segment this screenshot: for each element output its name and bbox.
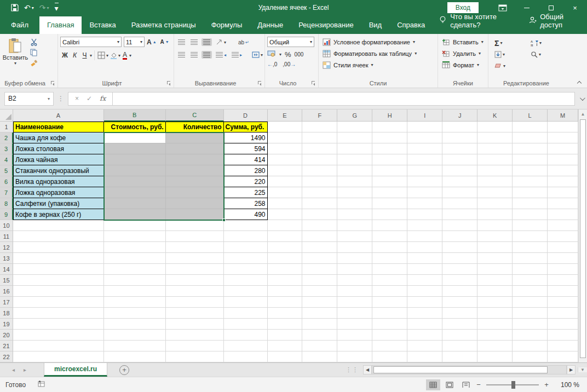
fill-button[interactable]: ▾: [493, 50, 525, 59]
cell-D7[interactable]: 225: [224, 187, 268, 198]
cell-B19[interactable]: [104, 319, 166, 330]
cell-G6[interactable]: [337, 176, 372, 187]
cell-D15[interactable]: [224, 275, 268, 286]
cell-G11[interactable]: [337, 231, 372, 242]
cell-J10[interactable]: [442, 220, 477, 231]
increase-indent-icon[interactable]: ▸: [230, 51, 244, 59]
wrap-text-button[interactable]: ab↵: [237, 38, 251, 47]
tab-page-layout[interactable]: Разметка страницы: [124, 16, 204, 34]
cell-G12[interactable]: [337, 242, 372, 253]
cell-M1[interactable]: [548, 122, 578, 132]
row-header-6[interactable]: 6: [0, 176, 13, 187]
row-header-13[interactable]: 13: [0, 253, 13, 264]
sheet-tab-active[interactable]: microexcel.ru: [44, 363, 107, 377]
expand-formula-bar-icon[interactable]: [576, 92, 587, 106]
decrease-font-button[interactable]: А▼: [159, 38, 171, 46]
cell-H14[interactable]: [372, 264, 407, 275]
tab-help[interactable]: Справка: [389, 16, 433, 34]
alignment-dialog-launcher-icon[interactable]: [258, 81, 263, 86]
cell-F7[interactable]: [302, 187, 337, 198]
cell-J16[interactable]: [442, 286, 477, 297]
formula-input[interactable]: [113, 92, 575, 106]
cell-A7[interactable]: Ложка одноразовая: [13, 187, 104, 198]
cell-F13[interactable]: [302, 253, 337, 264]
cell-D12[interactable]: [224, 242, 268, 253]
cell-C5[interactable]: [166, 165, 224, 176]
cell-D6[interactable]: 220: [224, 176, 268, 187]
cell-I6[interactable]: [407, 176, 442, 187]
delete-cells-button[interactable]: Удалить▾: [440, 48, 486, 59]
fill-color-icon[interactable]: [109, 51, 118, 60]
cell-F12[interactable]: [302, 242, 337, 253]
tab-view[interactable]: Вид: [361, 16, 390, 34]
cell-L18[interactable]: [513, 308, 548, 319]
cell-F9[interactable]: [302, 209, 337, 220]
cell-I12[interactable]: [407, 242, 442, 253]
align-bottom-button[interactable]: [202, 38, 212, 46]
cell-D10[interactable]: [224, 220, 268, 231]
column-header-M[interactable]: M: [548, 109, 578, 122]
cell-B13[interactable]: [104, 253, 166, 264]
cell-C4[interactable]: [166, 154, 224, 165]
cell-B11[interactable]: [104, 231, 166, 242]
cell-C16[interactable]: [166, 286, 224, 297]
cell-C8[interactable]: [166, 198, 224, 209]
column-header-A[interactable]: A: [13, 109, 104, 122]
cell-C10[interactable]: [166, 220, 224, 231]
cell-K4[interactable]: [477, 154, 513, 165]
borders-icon[interactable]: [97, 51, 106, 60]
cell-H13[interactable]: [372, 253, 407, 264]
cell-L8[interactable]: [513, 198, 548, 209]
number-format-dropdown-icon[interactable]: ▾: [310, 39, 312, 44]
column-header-G[interactable]: G: [337, 109, 372, 122]
cell-G18[interactable]: [337, 308, 372, 319]
vertical-scrollbar[interactable]: ▲: [578, 109, 587, 362]
cell-M2[interactable]: [548, 132, 578, 143]
cell-I1[interactable]: [407, 122, 442, 132]
delete-cells-dropdown-icon[interactable]: ▾: [479, 51, 481, 56]
conditional-formatting-dropdown-icon[interactable]: ▾: [413, 39, 415, 44]
cancel-entry-icon[interactable]: ×: [75, 95, 79, 102]
cell-C15[interactable]: [166, 275, 224, 286]
cell-I3[interactable]: [407, 143, 442, 154]
cell-E2[interactable]: [268, 132, 303, 143]
cell-C3[interactable]: [166, 143, 224, 154]
cell-M18[interactable]: [548, 308, 578, 319]
new-sheet-icon[interactable]: +: [119, 365, 129, 375]
cell-H18[interactable]: [372, 308, 407, 319]
cell-E22[interactable]: [268, 351, 303, 362]
cell-G17[interactable]: [337, 297, 372, 308]
cell-H19[interactable]: [372, 319, 407, 330]
cell-D3[interactable]: 594: [224, 143, 268, 154]
clipboard-dialog-launcher-icon[interactable]: [51, 81, 56, 86]
cell-E3[interactable]: [268, 143, 303, 154]
cell-styles-button[interactable]: Стили ячеек▾: [321, 59, 435, 71]
cell-I8[interactable]: [407, 198, 442, 209]
cell-J12[interactable]: [442, 242, 477, 253]
cell-C22[interactable]: [166, 351, 224, 362]
horizontal-scrollbar[interactable]: [372, 365, 567, 374]
cell-A20[interactable]: [13, 330, 104, 341]
cell-F14[interactable]: [302, 264, 337, 275]
cell-K5[interactable]: [477, 165, 513, 176]
cell-D2[interactable]: 1490: [224, 132, 268, 143]
row-header-8[interactable]: 8: [0, 198, 13, 209]
number-dialog-launcher-icon[interactable]: [312, 81, 316, 86]
cell-G14[interactable]: [337, 264, 372, 275]
cell-F10[interactable]: [302, 220, 337, 231]
zoom-out-button[interactable]: −: [473, 381, 484, 389]
cell-J14[interactable]: [442, 264, 477, 275]
increase-decimal-icon[interactable]: ←,0: [267, 61, 277, 67]
sort-filter-dropdown-icon[interactable]: ▾: [539, 41, 542, 45]
cell-H15[interactable]: [372, 275, 407, 286]
cell-C21[interactable]: [166, 341, 224, 351]
cell-J3[interactable]: [442, 143, 477, 154]
cell-D5[interactable]: 280: [224, 165, 268, 176]
cell-I10[interactable]: [407, 220, 442, 231]
insert-cells-dropdown-icon[interactable]: ▾: [481, 39, 484, 44]
confirm-entry-icon[interactable]: ✓: [87, 95, 92, 102]
orientation-dropdown-icon[interactable]: ▾: [224, 40, 226, 45]
cell-M6[interactable]: [548, 176, 578, 187]
cell-A19[interactable]: [13, 319, 104, 330]
cell-G13[interactable]: [337, 253, 372, 264]
